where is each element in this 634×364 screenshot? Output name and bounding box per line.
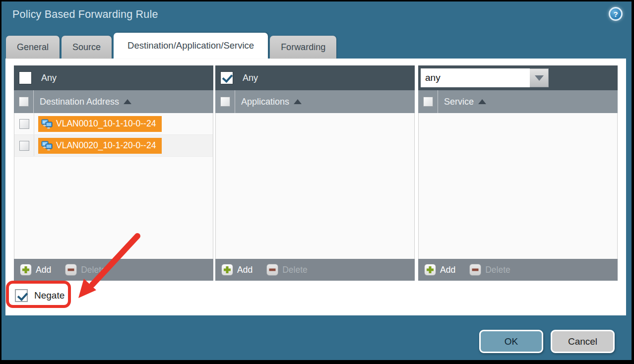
service-header-label: Service: [444, 97, 474, 107]
sort-ascending-icon: [294, 99, 302, 104]
delete-button-label: Delete: [81, 265, 106, 275]
destination-delete-button[interactable]: Delete: [65, 264, 106, 276]
applications-select-all-checkbox[interactable]: [220, 97, 230, 107]
applications-any-bar: Any: [215, 65, 415, 90]
negate-control: Negate: [15, 289, 64, 302]
help-icon[interactable]: ?: [609, 7, 623, 21]
cancel-button[interactable]: Cancel: [551, 330, 615, 353]
applications-toolbar: Add Delete: [215, 259, 415, 281]
delete-button-label: Delete: [282, 265, 308, 275]
ok-button[interactable]: OK: [479, 330, 543, 353]
applications-column: Any Applications Add Delete: [215, 65, 415, 281]
destination-any-bar: Any: [14, 65, 213, 90]
negate-label: Negate: [34, 290, 64, 301]
network-address-icon: [41, 119, 53, 129]
plus-icon: [424, 264, 436, 276]
applications-delete-button[interactable]: Delete: [266, 264, 308, 276]
destination-list: VLAN0010_10-1-10-0--24 VLAN00: [14, 113, 213, 259]
row-checkbox[interactable]: [19, 141, 29, 151]
service-header-row: Service: [418, 90, 618, 113]
destination-column-header[interactable]: Destination Address: [40, 97, 131, 107]
service-add-button[interactable]: Add: [424, 264, 455, 276]
service-select-all-checkbox[interactable]: [423, 97, 433, 107]
minus-icon: [266, 264, 278, 276]
service-dropdown-button[interactable]: [530, 68, 549, 87]
tab-source[interactable]: Source: [62, 36, 112, 59]
row-checkbox[interactable]: [19, 119, 29, 129]
tab-destination-application-service[interactable]: Destination/Application/Service: [114, 33, 268, 59]
service-header-checkbox-cell: [418, 90, 438, 113]
minus-icon: [65, 264, 77, 276]
applications-header-row: Applications: [215, 90, 415, 113]
service-combo-bar: [418, 65, 618, 90]
pbf-rule-dialog: Policy Based Forwarding Rule ? General S…: [0, 0, 634, 364]
address-object-tag[interactable]: VLAN0020_10-1-20-0--24: [38, 138, 162, 154]
destination-add-button[interactable]: Add: [20, 264, 51, 276]
applications-list: [215, 113, 415, 259]
network-address-icon: [41, 141, 53, 151]
list-item[interactable]: VLAN0010_10-1-10-0--24: [14, 113, 213, 135]
destination-select-all-checkbox[interactable]: [19, 97, 29, 107]
row-checkbox-cell: [14, 113, 34, 134]
destination-header-label: Destination Address: [40, 97, 119, 107]
dialog-title: Policy Based Forwarding Rule: [12, 8, 158, 21]
destination-any-label: Any: [41, 73, 57, 83]
service-delete-button[interactable]: Delete: [469, 264, 510, 276]
address-object-name: VLAN0010_10-1-10-0--24: [56, 119, 156, 129]
chevron-down-icon: [535, 75, 544, 81]
tab-forwarding[interactable]: Forwarding: [270, 36, 336, 59]
service-column-header[interactable]: Service: [444, 97, 486, 107]
service-dropdown-input[interactable]: [421, 68, 530, 87]
destination-address-column: Any Destination Address: [14, 65, 213, 281]
add-button-label: Add: [36, 265, 51, 275]
plus-icon: [20, 264, 32, 276]
service-list: [418, 113, 618, 259]
tab-general[interactable]: General: [6, 36, 60, 59]
service-toolbar: Add Delete: [418, 259, 618, 281]
destination-any-checkbox[interactable]: [19, 71, 32, 84]
destination-header-row: Destination Address: [14, 90, 213, 113]
question-mark-glyph: ?: [613, 10, 618, 18]
address-object-name: VLAN0020_10-1-20-0--24: [56, 140, 156, 151]
applications-any-label: Any: [243, 73, 258, 83]
applications-add-button[interactable]: Add: [221, 264, 253, 276]
tab-bar: General Source Destination/Application/S…: [6, 33, 336, 59]
destination-header-checkbox-cell: [14, 90, 34, 113]
sort-ascending-icon: [478, 99, 486, 104]
negate-checkbox[interactable]: [15, 289, 28, 302]
applications-column-header[interactable]: Applications: [241, 97, 302, 107]
minus-icon: [469, 264, 481, 276]
delete-button-label: Delete: [485, 265, 510, 275]
add-button-label: Add: [440, 265, 455, 275]
applications-header-label: Applications: [241, 97, 289, 107]
list-item[interactable]: VLAN0020_10-1-20-0--24: [14, 135, 213, 157]
destination-toolbar: Add Delete: [14, 259, 213, 281]
applications-any-checkbox[interactable]: [220, 71, 233, 84]
plus-icon: [221, 264, 233, 276]
service-column: Service Add Delete: [418, 65, 618, 281]
add-button-label: Add: [237, 265, 253, 275]
applications-header-checkbox-cell: [215, 90, 235, 113]
sort-ascending-icon: [124, 99, 131, 104]
row-checkbox-cell: [14, 135, 34, 156]
address-object-tag[interactable]: VLAN0010_10-1-10-0--24: [38, 116, 162, 132]
